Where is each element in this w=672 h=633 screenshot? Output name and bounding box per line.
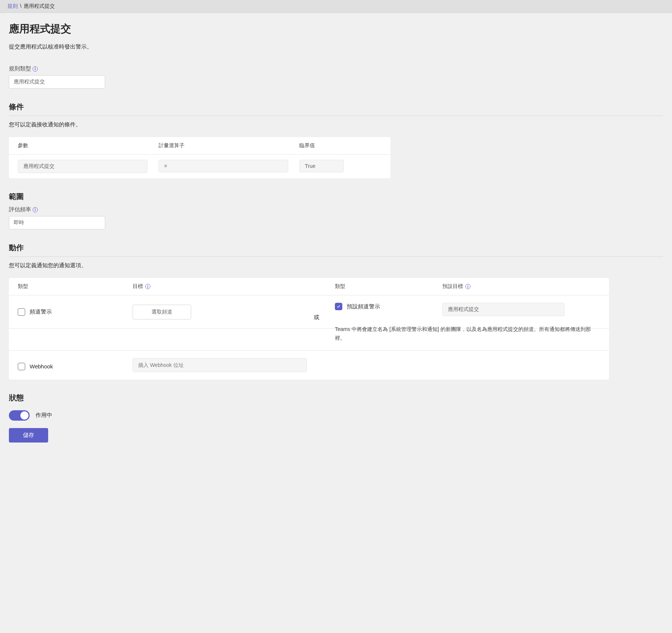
conditions-header-param: 參數 — [18, 142, 147, 149]
actions-title: 動作 — [9, 243, 663, 257]
status-toggle-label: 作用中 — [36, 412, 52, 419]
eval-frequency-label: 評估頻率 i — [9, 206, 663, 213]
conditions-header-threshold: 臨界值 — [299, 142, 382, 149]
actions-header-type2: 類型 — [335, 283, 442, 290]
info-icon[interactable]: i — [465, 284, 470, 289]
breadcrumb: 規則 \ 應用程式提交 — [0, 0, 672, 13]
status-toggle[interactable] — [9, 410, 30, 421]
page-description: 提交應用程式以核准時發出警示。 — [9, 43, 663, 50]
select-channel-button[interactable]: 選取頻道 — [133, 305, 191, 319]
default-channel-helper-text: Teams 中將會建立名為 [系統管理警示和通知] 的新團隊，以及名為應用程式提… — [335, 325, 600, 343]
breadcrumb-root-link[interactable]: 規則 — [7, 3, 18, 9]
default-target-input: 應用程式提交 — [442, 303, 565, 316]
webhook-checkbox[interactable] — [18, 363, 25, 370]
breadcrumb-separator: \ — [20, 3, 21, 9]
actions-header-type: 類型 — [18, 283, 133, 290]
breadcrumb-current: 應用程式提交 — [24, 3, 55, 9]
condition-threshold-input: True — [299, 160, 344, 172]
default-channel-alert-checkbox[interactable] — [335, 303, 342, 310]
page-title: 應用程式提交 — [9, 22, 663, 36]
conditions-description: 您可以定義接收通知的條件。 — [9, 121, 663, 128]
channel-alert-label: 頻道警示 — [30, 308, 52, 315]
info-icon[interactable]: i — [33, 66, 38, 72]
conditions-card: 參數 計量運算子 臨界值 應用程式提交 = True — [9, 137, 390, 178]
save-button[interactable]: 儲存 — [9, 428, 48, 443]
eval-frequency-value: 即時 — [9, 216, 105, 229]
rule-type-value: 應用程式提交 — [9, 75, 105, 89]
condition-param-input: 應用程式提交 — [18, 160, 147, 173]
actions-description: 您可以定義通知您的通知選項。 — [9, 262, 663, 269]
channel-alert-checkbox[interactable] — [18, 308, 25, 316]
actions-card: 類型 目標 i 類型 預設目標 i 頻道警示 選取頻道 或 — [9, 278, 609, 380]
actions-header-default-target: 預設目標 i — [442, 283, 600, 290]
webhook-url-input[interactable] — [133, 358, 307, 372]
default-channel-alert-label: 預設頻道警示 — [347, 303, 380, 310]
or-separator: 或 — [298, 303, 335, 321]
conditions-header-operator: 計量運算子 — [159, 142, 288, 149]
status-title: 狀態 — [9, 393, 663, 403]
condition-operator-input: = — [159, 160, 288, 172]
info-icon[interactable]: i — [33, 207, 38, 212]
actions-header-target: 目標 i — [133, 283, 335, 290]
rule-type-label: 規則類型 i — [9, 65, 663, 72]
webhook-label: Webhook — [30, 363, 53, 369]
conditions-title: 條件 — [9, 102, 663, 116]
info-icon[interactable]: i — [145, 284, 150, 289]
scope-title: 範圍 — [9, 192, 663, 202]
